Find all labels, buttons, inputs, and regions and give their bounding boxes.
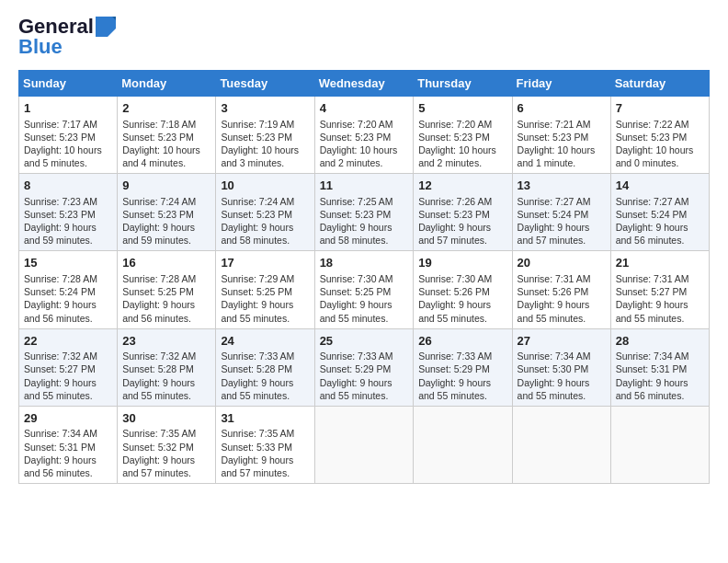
day-number: 18 bbox=[320, 255, 409, 271]
day-info: Sunrise: 7:19 AMSunset: 5:23 PMDaylight:… bbox=[221, 118, 309, 170]
day-info: Sunrise: 7:17 AMSunset: 5:23 PMDaylight:… bbox=[24, 118, 112, 170]
calendar-cell: 8Sunrise: 7:23 AMSunset: 5:23 PMDaylight… bbox=[19, 174, 118, 251]
day-info: Sunrise: 7:24 AMSunset: 5:23 PMDaylight:… bbox=[221, 195, 309, 247]
calendar-week-5: 29Sunrise: 7:34 AMSunset: 5:31 PMDayligh… bbox=[19, 406, 710, 483]
calendar-cell: 3Sunrise: 7:19 AMSunset: 5:23 PMDaylight… bbox=[216, 97, 314, 174]
calendar-cell: 23Sunrise: 7:32 AMSunset: 5:28 PMDayligh… bbox=[118, 328, 216, 406]
calendar-header-wednesday: Wednesday bbox=[314, 71, 414, 97]
day-number: 2 bbox=[122, 100, 210, 117]
day-number: 21 bbox=[616, 255, 704, 271]
logo: General Blue bbox=[18, 15, 116, 59]
calendar-week-3: 15Sunrise: 7:28 AMSunset: 5:24 PMDayligh… bbox=[19, 251, 710, 328]
calendar-cell: 7Sunrise: 7:22 AMSunset: 5:23 PMDaylight… bbox=[610, 97, 709, 174]
day-number: 11 bbox=[320, 178, 409, 194]
calendar-cell: 15Sunrise: 7:28 AMSunset: 5:24 PMDayligh… bbox=[19, 251, 118, 328]
calendar-cell bbox=[414, 406, 512, 483]
calendar-cell: 2Sunrise: 7:18 AMSunset: 5:23 PMDaylight… bbox=[118, 97, 216, 174]
calendar-cell: 6Sunrise: 7:21 AMSunset: 5:23 PMDaylight… bbox=[512, 97, 610, 174]
day-info: Sunrise: 7:33 AMSunset: 5:28 PMDaylight:… bbox=[221, 350, 309, 402]
day-info: Sunrise: 7:27 AMSunset: 5:24 PMDaylight:… bbox=[616, 195, 704, 247]
calendar-week-4: 22Sunrise: 7:32 AMSunset: 5:27 PMDayligh… bbox=[19, 328, 710, 406]
logo-blue: Blue bbox=[18, 35, 63, 59]
day-info: Sunrise: 7:31 AMSunset: 5:26 PMDaylight:… bbox=[518, 272, 606, 325]
day-info: Sunrise: 7:25 AMSunset: 5:23 PMDaylight:… bbox=[320, 195, 409, 247]
calendar-cell: 22Sunrise: 7:32 AMSunset: 5:27 PMDayligh… bbox=[19, 328, 118, 406]
day-number: 22 bbox=[24, 333, 112, 350]
calendar-header-sunday: Sunday bbox=[19, 71, 118, 97]
day-info: Sunrise: 7:29 AMSunset: 5:25 PMDaylight:… bbox=[221, 272, 309, 325]
day-info: Sunrise: 7:34 AMSunset: 5:31 PMDaylight:… bbox=[24, 427, 112, 479]
day-number: 16 bbox=[122, 255, 210, 271]
day-info: Sunrise: 7:34 AMSunset: 5:30 PMDaylight:… bbox=[518, 350, 606, 402]
calendar-cell bbox=[512, 406, 610, 483]
calendar-cell: 21Sunrise: 7:31 AMSunset: 5:27 PMDayligh… bbox=[610, 251, 709, 328]
day-number: 1 bbox=[24, 100, 112, 117]
calendar-cell: 13Sunrise: 7:27 AMSunset: 5:24 PMDayligh… bbox=[512, 174, 610, 251]
day-number: 12 bbox=[418, 178, 506, 194]
day-info: Sunrise: 7:23 AMSunset: 5:23 PMDaylight:… bbox=[24, 195, 112, 247]
calendar-cell: 16Sunrise: 7:28 AMSunset: 5:25 PMDayligh… bbox=[118, 251, 216, 328]
day-number: 6 bbox=[518, 100, 606, 117]
calendar-cell: 12Sunrise: 7:26 AMSunset: 5:23 PMDayligh… bbox=[414, 174, 512, 251]
day-info: Sunrise: 7:18 AMSunset: 5:23 PMDaylight:… bbox=[122, 118, 210, 170]
day-number: 26 bbox=[418, 333, 506, 350]
day-number: 4 bbox=[320, 100, 409, 117]
calendar-week-1: 1Sunrise: 7:17 AMSunset: 5:23 PMDaylight… bbox=[19, 97, 710, 174]
day-info: Sunrise: 7:35 AMSunset: 5:32 PMDaylight:… bbox=[122, 427, 210, 479]
calendar-header-saturday: Saturday bbox=[610, 71, 709, 97]
day-info: Sunrise: 7:35 AMSunset: 5:33 PMDaylight:… bbox=[221, 427, 309, 479]
day-info: Sunrise: 7:28 AMSunset: 5:24 PMDaylight:… bbox=[24, 272, 112, 325]
logo-icon bbox=[96, 17, 116, 37]
day-info: Sunrise: 7:27 AMSunset: 5:24 PMDaylight:… bbox=[518, 195, 606, 247]
day-number: 8 bbox=[24, 178, 112, 194]
day-info: Sunrise: 7:21 AMSunset: 5:23 PMDaylight:… bbox=[518, 118, 606, 170]
day-info: Sunrise: 7:31 AMSunset: 5:27 PMDaylight:… bbox=[616, 272, 704, 325]
day-info: Sunrise: 7:20 AMSunset: 5:23 PMDaylight:… bbox=[418, 118, 506, 170]
svg-marker-0 bbox=[96, 17, 116, 37]
day-info: Sunrise: 7:22 AMSunset: 5:23 PMDaylight:… bbox=[616, 118, 704, 170]
day-info: Sunrise: 7:33 AMSunset: 5:29 PMDaylight:… bbox=[418, 350, 506, 402]
day-info: Sunrise: 7:32 AMSunset: 5:28 PMDaylight:… bbox=[122, 350, 210, 402]
calendar-cell bbox=[610, 406, 709, 483]
calendar-cell: 18Sunrise: 7:30 AMSunset: 5:25 PMDayligh… bbox=[314, 251, 414, 328]
day-number: 23 bbox=[122, 333, 210, 350]
day-number: 3 bbox=[221, 100, 309, 117]
day-number: 7 bbox=[616, 100, 704, 117]
day-number: 13 bbox=[518, 178, 606, 194]
day-number: 15 bbox=[24, 255, 112, 271]
calendar: SundayMondayTuesdayWednesdayThursdayFrid… bbox=[18, 70, 710, 484]
day-number: 20 bbox=[518, 255, 606, 271]
day-number: 10 bbox=[221, 178, 309, 194]
calendar-cell: 4Sunrise: 7:20 AMSunset: 5:23 PMDaylight… bbox=[314, 97, 414, 174]
calendar-cell: 31Sunrise: 7:35 AMSunset: 5:33 PMDayligh… bbox=[216, 406, 314, 483]
day-number: 28 bbox=[616, 333, 704, 350]
day-info: Sunrise: 7:32 AMSunset: 5:27 PMDaylight:… bbox=[24, 350, 112, 402]
day-info: Sunrise: 7:20 AMSunset: 5:23 PMDaylight:… bbox=[320, 118, 409, 170]
calendar-cell: 19Sunrise: 7:30 AMSunset: 5:26 PMDayligh… bbox=[414, 251, 512, 328]
calendar-header-thursday: Thursday bbox=[414, 71, 512, 97]
calendar-cell: 17Sunrise: 7:29 AMSunset: 5:25 PMDayligh… bbox=[216, 251, 314, 328]
day-info: Sunrise: 7:24 AMSunset: 5:23 PMDaylight:… bbox=[122, 195, 210, 247]
day-info: Sunrise: 7:30 AMSunset: 5:26 PMDaylight:… bbox=[418, 272, 506, 325]
day-number: 14 bbox=[616, 178, 704, 194]
day-number: 31 bbox=[221, 410, 309, 427]
day-number: 9 bbox=[122, 178, 210, 194]
day-info: Sunrise: 7:33 AMSunset: 5:29 PMDaylight:… bbox=[320, 350, 409, 402]
day-number: 24 bbox=[221, 333, 309, 350]
day-info: Sunrise: 7:30 AMSunset: 5:25 PMDaylight:… bbox=[320, 272, 409, 325]
day-number: 25 bbox=[320, 333, 409, 350]
day-number: 19 bbox=[418, 255, 506, 271]
calendar-cell: 10Sunrise: 7:24 AMSunset: 5:23 PMDayligh… bbox=[216, 174, 314, 251]
calendar-cell: 25Sunrise: 7:33 AMSunset: 5:29 PMDayligh… bbox=[314, 328, 414, 406]
calendar-cell bbox=[314, 406, 414, 483]
calendar-header-row: SundayMondayTuesdayWednesdayThursdayFrid… bbox=[19, 71, 710, 97]
day-info: Sunrise: 7:34 AMSunset: 5:31 PMDaylight:… bbox=[616, 350, 704, 402]
day-number: 29 bbox=[24, 410, 112, 427]
calendar-cell: 27Sunrise: 7:34 AMSunset: 5:30 PMDayligh… bbox=[512, 328, 610, 406]
calendar-cell: 9Sunrise: 7:24 AMSunset: 5:23 PMDaylight… bbox=[118, 174, 216, 251]
calendar-header-monday: Monday bbox=[118, 71, 216, 97]
calendar-cell: 11Sunrise: 7:25 AMSunset: 5:23 PMDayligh… bbox=[314, 174, 414, 251]
calendar-header-tuesday: Tuesday bbox=[216, 71, 314, 97]
day-number: 30 bbox=[122, 410, 210, 427]
day-info: Sunrise: 7:28 AMSunset: 5:25 PMDaylight:… bbox=[122, 272, 210, 325]
